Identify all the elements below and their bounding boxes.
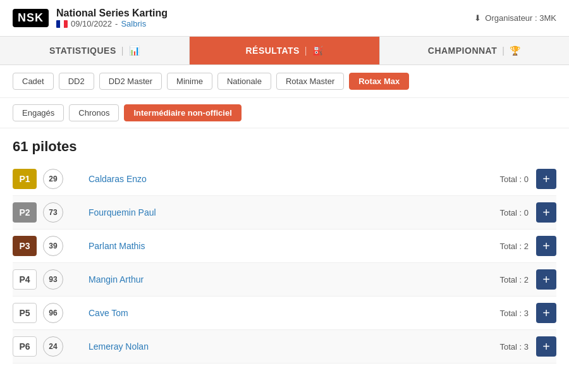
- category-btn-minime[interactable]: Minime: [167, 73, 212, 90]
- category-tabs: CadetDD2DD2 MasterMinimeNationaleRotax M…: [0, 65, 569, 98]
- position-badge: P5: [13, 303, 37, 323]
- organizer-label: Organisateur : 3MK: [485, 13, 556, 23]
- total-label: Total : 0: [499, 175, 529, 184]
- nsk-logo: NSK: [13, 9, 49, 27]
- nav-divider-2: |: [305, 46, 307, 56]
- pilot-flag: [71, 242, 83, 250]
- event-date: 09/10/2022: [71, 19, 112, 28]
- event-name: National Series Karting: [56, 8, 168, 19]
- sub-tab-btn-engages[interactable]: Engagés: [13, 104, 64, 121]
- sub-tab-btn-intermediaire[interactable]: Intermédiaire non-officiel: [124, 104, 241, 121]
- table-row: P339Parlant MathisTotal : 2+: [13, 230, 556, 263]
- pilot-name[interactable]: Lemeray Nolan: [89, 341, 499, 352]
- sub-tabs: EngagésChronosIntermédiaire non-officiel: [0, 98, 569, 128]
- header-left: NSK National Series Karting 09/10/2022 -…: [13, 8, 168, 28]
- tab-statistiques[interactable]: STATISTIQUES |: [0, 37, 190, 64]
- header-info: National Series Karting 09/10/2022 - Sal…: [56, 8, 168, 28]
- total-label: Total : 2: [499, 275, 529, 285]
- position-badge: P1: [13, 169, 37, 189]
- pilot-flag: [71, 175, 83, 183]
- event-separator: -: [115, 19, 118, 28]
- position-badge: P3: [13, 236, 37, 256]
- main-nav: STATISTIQUES | RÉSULTATS | CHAMPIONNAT |: [0, 37, 569, 65]
- category-btn-rotax-max[interactable]: Rotax Max: [349, 73, 409, 90]
- pilot-name[interactable]: Mangin Arthur: [89, 274, 499, 285]
- category-btn-dd2[interactable]: DD2: [59, 73, 94, 90]
- header-right: Organisateur : 3MK: [474, 13, 556, 23]
- table-row: P596Cave TomTotal : 3+: [13, 297, 556, 330]
- position-badge: P2: [13, 202, 37, 223]
- tab-championnat[interactable]: CHAMPIONNAT |: [380, 37, 569, 64]
- tab-resultats-label: RÉSULTATS: [245, 46, 299, 56]
- trophy-icon: [510, 46, 521, 56]
- tab-championnat-label: CHAMPIONNAT: [428, 46, 497, 56]
- pilot-name[interactable]: Fourquemin Paul: [89, 207, 499, 217]
- results-list: P129Caldaras EnzoTotal : 0+P273Fourquemi…: [13, 162, 556, 364]
- category-btn-nationale[interactable]: Nationale: [217, 73, 271, 90]
- table-row: P129Caldaras EnzoTotal : 0+: [13, 162, 556, 196]
- nav-divider-3: |: [502, 46, 505, 56]
- total-label: Total : 2: [499, 242, 529, 251]
- number-badge: 96: [43, 303, 63, 323]
- fuel-icon: [312, 46, 324, 56]
- expand-button[interactable]: +: [536, 169, 556, 189]
- number-badge: 24: [43, 336, 63, 357]
- position-badge: P4: [13, 269, 37, 290]
- pilot-flag: [71, 209, 83, 217]
- expand-button[interactable]: +: [536, 269, 556, 290]
- france-flag: [56, 20, 68, 28]
- category-btn-dd2master[interactable]: DD2 Master: [99, 73, 162, 90]
- tab-resultats[interactable]: RÉSULTATS |: [190, 37, 379, 64]
- number-badge: 93: [43, 269, 63, 290]
- total-label: Total : 3: [499, 309, 529, 318]
- table-row: P493Mangin ArthurTotal : 2+: [13, 263, 556, 297]
- chart-icon: [129, 46, 140, 56]
- event-meta: 09/10/2022 - Salbris: [56, 19, 168, 28]
- event-location[interactable]: Salbris: [121, 19, 146, 28]
- tab-statistiques-label: STATISTIQUES: [49, 46, 116, 56]
- pilots-count: 61 pilotes: [13, 138, 556, 155]
- category-btn-cadet[interactable]: Cadet: [13, 73, 54, 90]
- sub-tab-btn-chronos[interactable]: Chronos: [69, 104, 119, 121]
- expand-button[interactable]: +: [536, 236, 556, 256]
- table-row: P624Lemeray NolanTotal : 3+: [13, 330, 556, 364]
- number-badge: 73: [43, 202, 63, 223]
- position-badge: P6: [13, 336, 37, 357]
- pilot-flag: [71, 276, 83, 284]
- header: NSK National Series Karting 09/10/2022 -…: [0, 0, 569, 37]
- download-icon: [474, 13, 481, 23]
- pilot-flag: [71, 309, 83, 317]
- expand-button[interactable]: +: [536, 202, 556, 223]
- pilot-name[interactable]: Parlant Mathis: [89, 241, 499, 251]
- content: 61 pilotes P129Caldaras EnzoTotal : 0+P2…: [0, 128, 569, 374]
- total-label: Total : 0: [499, 208, 529, 217]
- number-badge: 29: [43, 169, 63, 189]
- table-row: P273Fourquemin PaulTotal : 0+: [13, 196, 556, 230]
- pilot-name[interactable]: Cave Tom: [89, 308, 499, 318]
- total-label: Total : 3: [499, 342, 529, 352]
- number-badge: 39: [43, 236, 63, 256]
- nav-divider-1: |: [121, 46, 124, 56]
- expand-button[interactable]: +: [536, 336, 556, 357]
- category-btn-rotax-master[interactable]: Rotax Master: [276, 73, 344, 90]
- expand-button[interactable]: +: [536, 303, 556, 323]
- pilot-flag: [71, 343, 83, 351]
- pilot-name[interactable]: Caldaras Enzo: [89, 174, 499, 184]
